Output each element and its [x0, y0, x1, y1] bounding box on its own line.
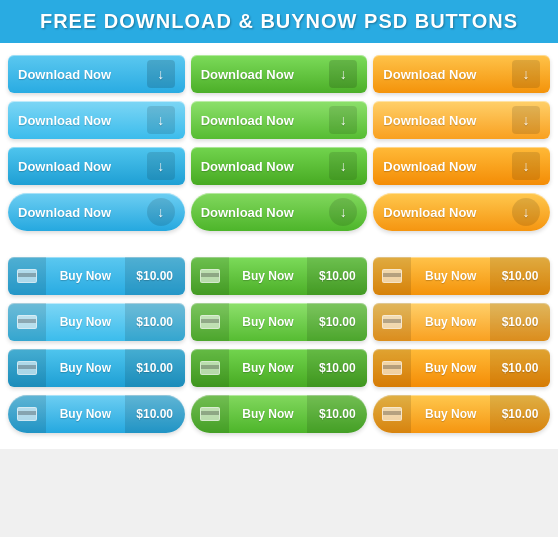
credit-card-icon-4 — [8, 303, 46, 341]
buy-btn-blue-3[interactable]: Buy Now $10.00 — [8, 349, 185, 387]
download-btn-orange-4[interactable]: Download Now ↓ — [373, 193, 550, 231]
download-row-1: Download Now ↓ Download Now ↓ Download N… — [8, 55, 550, 93]
download-btn-blue-3[interactable]: Download Now ↓ — [8, 147, 185, 185]
credit-card-icon-7 — [8, 349, 46, 387]
download-btn-green-2[interactable]: Download Now ↓ — [191, 101, 368, 139]
main-content: Download Now ↓ Download Now ↓ Download N… — [0, 43, 558, 449]
credit-card-icon-10 — [8, 395, 46, 433]
buy-btn-green-3[interactable]: Buy Now $10.00 — [191, 349, 368, 387]
credit-card-icon-6 — [373, 303, 411, 341]
buy-btn-green-2[interactable]: Buy Now $10.00 — [191, 303, 368, 341]
buy-row-2: Buy Now $10.00 Buy Now $10.00 Buy Now $1… — [8, 303, 550, 341]
download-icon-7: ↓ — [147, 152, 175, 180]
download-icon-10: ↓ — [147, 198, 175, 226]
download-icon-4: ↓ — [147, 106, 175, 134]
buy-btn-orange-3[interactable]: Buy Now $10.00 — [373, 349, 550, 387]
buy-row-3: Buy Now $10.00 Buy Now $10.00 Buy Now $1… — [8, 349, 550, 387]
download-icon-3: ↓ — [512, 60, 540, 88]
buy-btn-orange-2[interactable]: Buy Now $10.00 — [373, 303, 550, 341]
buy-btn-green-4[interactable]: Buy Now $10.00 — [191, 395, 368, 433]
download-row-4: Download Now ↓ Download Now ↓ Download N… — [8, 193, 550, 231]
download-btn-orange-2[interactable]: Download Now ↓ — [373, 101, 550, 139]
download-btn-green-1[interactable]: Download Now ↓ — [191, 55, 368, 93]
download-btn-blue-1[interactable]: Download Now ↓ — [8, 55, 185, 93]
download-btn-orange-1[interactable]: Download Now ↓ — [373, 55, 550, 93]
download-btn-blue-2[interactable]: Download Now ↓ — [8, 101, 185, 139]
buy-row-1: Buy Now $10.00 Buy Now $10.00 Buy Now $1… — [8, 257, 550, 295]
download-icon-1: ↓ — [147, 60, 175, 88]
download-icon-5: ↓ — [329, 106, 357, 134]
divider — [8, 239, 550, 253]
credit-card-icon-3 — [373, 257, 411, 295]
credit-card-icon-5 — [191, 303, 229, 341]
download-icon-6: ↓ — [512, 106, 540, 134]
download-btn-orange-3[interactable]: Download Now ↓ — [373, 147, 550, 185]
download-icon-9: ↓ — [512, 152, 540, 180]
download-btn-blue-4[interactable]: Download Now ↓ — [8, 193, 185, 231]
download-icon-11: ↓ — [329, 198, 357, 226]
header-title: FREE DOWNLOAD & BUYNOW PSD BUTTONS — [40, 10, 518, 32]
credit-card-icon-8 — [191, 349, 229, 387]
buy-btn-orange-1[interactable]: Buy Now $10.00 — [373, 257, 550, 295]
download-row-3: Download Now ↓ Download Now ↓ Download N… — [8, 147, 550, 185]
download-icon-12: ↓ — [512, 198, 540, 226]
credit-card-icon-1 — [8, 257, 46, 295]
credit-card-icon-2 — [191, 257, 229, 295]
download-row-2: Download Now ↓ Download Now ↓ Download N… — [8, 101, 550, 139]
download-icon-2: ↓ — [329, 60, 357, 88]
credit-card-icon-12 — [373, 395, 411, 433]
credit-card-icon-9 — [373, 349, 411, 387]
download-icon-8: ↓ — [329, 152, 357, 180]
buy-btn-green-1[interactable]: Buy Now $10.00 — [191, 257, 368, 295]
download-btn-green-3[interactable]: Download Now ↓ — [191, 147, 368, 185]
credit-card-icon-11 — [191, 395, 229, 433]
buy-btn-blue-1[interactable]: Buy Now $10.00 — [8, 257, 185, 295]
buy-btn-orange-4[interactable]: Buy Now $10.00 — [373, 395, 550, 433]
buy-btn-blue-4[interactable]: Buy Now $10.00 — [8, 395, 185, 433]
download-btn-green-4[interactable]: Download Now ↓ — [191, 193, 368, 231]
buy-btn-blue-2[interactable]: Buy Now $10.00 — [8, 303, 185, 341]
buy-row-4: Buy Now $10.00 Buy Now $10.00 Buy Now $1… — [8, 395, 550, 433]
page-header: FREE DOWNLOAD & BUYNOW PSD BUTTONS — [0, 0, 558, 43]
